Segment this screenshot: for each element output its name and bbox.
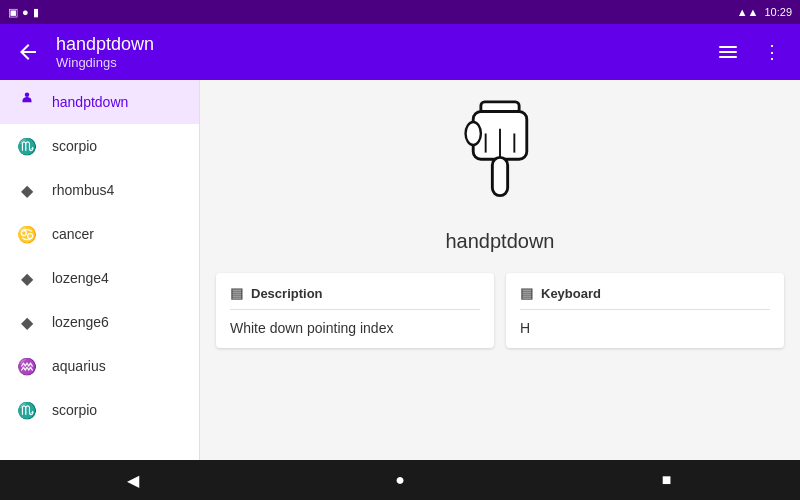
scorpio2-icon: ♏ [16, 401, 38, 420]
app-icon: ▣ [8, 6, 18, 19]
keyboard-label: Keyboard [541, 286, 601, 301]
nav-home-button[interactable]: ● [370, 460, 430, 500]
rhombus4-icon: ◆ [16, 181, 38, 200]
sidebar-item-aquarius[interactable]: ♒ aquarius [0, 344, 199, 388]
bottom-nav: ◀ ● ■ [0, 460, 800, 500]
aquarius-icon: ♒ [16, 357, 38, 376]
more-icon: ⋮ [763, 41, 781, 63]
lozenge4-icon: ◆ [16, 269, 38, 288]
top-bar-actions: ⋮ [708, 32, 792, 72]
nav-back-button[interactable]: ◀ [103, 460, 163, 500]
nav-back-icon: ◀ [127, 471, 139, 490]
top-bar-title: handptdown Wingdings [48, 34, 708, 71]
sidebar-item-lozenge4[interactable]: ◆ lozenge4 [0, 256, 199, 300]
handptdown-icon [16, 91, 38, 113]
sidebar-item-handptdown[interactable]: handptdown [0, 80, 199, 124]
more-options-button[interactable]: ⋮ [752, 32, 792, 72]
cancer-icon: ♋ [16, 225, 38, 244]
content-area: handptdown ▤ Description White down poin… [200, 80, 800, 460]
dot-icon: ● [22, 6, 29, 18]
sidebar-item-scorpio[interactable]: ♏ scorpio [0, 124, 199, 168]
signal-icon: ▲▲ [737, 6, 759, 18]
sidebar-item-rhombus4[interactable]: ◆ rhombus4 [0, 168, 199, 212]
sidebar-label-handptdown: handptdown [52, 94, 128, 110]
scorpio-icon: ♏ [16, 137, 38, 156]
page-subtitle: Wingdings [56, 55, 708, 70]
sidebar: handptdown ♏ scorpio ◆ rhombus4 ♋ cancer… [0, 80, 200, 460]
status-bar: ▣ ● ▮ ▲▲ 10:29 [0, 0, 800, 24]
time-display: 10:29 [764, 6, 792, 18]
keyboard-card: ▤ Keyboard H [506, 273, 784, 348]
back-button[interactable] [8, 32, 48, 72]
symbol-preview [450, 100, 550, 214]
svg-rect-3 [492, 157, 507, 195]
status-bar-left: ▣ ● ▮ [8, 6, 39, 19]
page-title: handptdown [56, 34, 708, 56]
description-card: ▤ Description White down pointing index [216, 273, 494, 348]
sidebar-item-scorpio2[interactable]: ♏ scorpio [0, 388, 199, 432]
sidebar-label-rhombus4: rhombus4 [52, 182, 114, 198]
sidebar-item-lozenge6[interactable]: ◆ lozenge6 [0, 300, 199, 344]
lozenge6-icon: ◆ [16, 313, 38, 332]
description-value: White down pointing index [230, 320, 480, 336]
list-view-button[interactable] [708, 32, 748, 72]
sidebar-label-scorpio: scorpio [52, 138, 97, 154]
keyboard-value: H [520, 320, 770, 336]
keyboard-card-header: ▤ Keyboard [520, 285, 770, 310]
description-icon: ▤ [230, 285, 243, 301]
sidebar-item-cancer[interactable]: ♋ cancer [0, 212, 199, 256]
nav-home-icon: ● [395, 471, 405, 489]
sidebar-label-lozenge4: lozenge4 [52, 270, 109, 286]
keyboard-icon: ▤ [520, 285, 533, 301]
nav-recent-icon: ■ [662, 471, 672, 489]
main-area: handptdown ♏ scorpio ◆ rhombus4 ♋ cancer… [0, 80, 800, 460]
sidebar-label-cancer: cancer [52, 226, 94, 242]
info-cards: ▤ Description White down pointing index … [216, 273, 784, 348]
list-icon [719, 46, 737, 58]
svg-point-7 [466, 122, 481, 145]
sidebar-label-lozenge6: lozenge6 [52, 314, 109, 330]
sidebar-label-scorpio2: scorpio [52, 402, 97, 418]
top-bar: handptdown Wingdings ⋮ [0, 24, 800, 80]
sidebar-label-aquarius: aquarius [52, 358, 106, 374]
description-label: Description [251, 286, 323, 301]
symbol-name: handptdown [446, 230, 555, 253]
description-card-header: ▤ Description [230, 285, 480, 310]
battery-icon: ▮ [33, 6, 39, 19]
nav-recent-button[interactable]: ■ [637, 460, 697, 500]
svg-point-0 [25, 93, 30, 98]
status-bar-right: ▲▲ 10:29 [737, 6, 792, 18]
